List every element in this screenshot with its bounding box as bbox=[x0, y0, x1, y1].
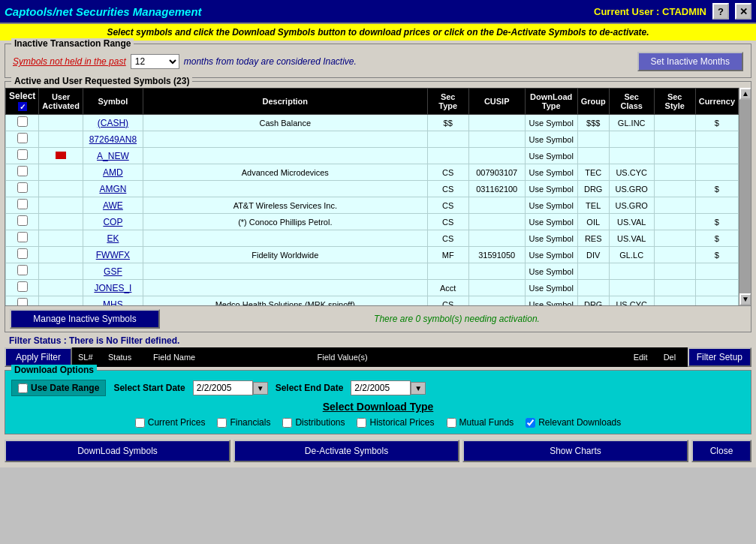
row-symbol-cell[interactable]: AWE bbox=[83, 197, 143, 214]
row-sec-type-cell: CS bbox=[427, 214, 468, 230]
row-select-cell[interactable] bbox=[6, 296, 39, 306]
filter-setup-button[interactable]: Filter Setup bbox=[688, 347, 751, 367]
option-relevant-downloads[interactable]: Relevant Downloads bbox=[526, 417, 621, 428]
deactivate-symbols-button[interactable]: De-Activate Symbols bbox=[233, 440, 459, 462]
row-select-cell[interactable] bbox=[6, 197, 39, 214]
row-select-cell[interactable] bbox=[6, 115, 39, 131]
symbol-link[interactable]: EK bbox=[107, 233, 119, 244]
symbol-link[interactable]: (CASH) bbox=[98, 118, 128, 128]
row-checkbox[interactable] bbox=[17, 133, 28, 143]
end-date-dropdown[interactable]: ▼ bbox=[411, 382, 426, 395]
row-checkbox[interactable] bbox=[17, 281, 28, 292]
symbol-link[interactable]: AMD bbox=[103, 167, 123, 178]
symbol-link[interactable]: 872649AN8 bbox=[89, 134, 137, 145]
row-sec-type-cell: CS bbox=[427, 296, 468, 306]
row-symbol-cell[interactable]: AMGN bbox=[83, 181, 143, 197]
table-row: A_NEWUse Symbol bbox=[6, 148, 739, 164]
manage-inactive-button[interactable]: Manage Inactive Symbols bbox=[10, 309, 160, 329]
close-button[interactable]: Close bbox=[691, 440, 751, 462]
end-date-field: ▼ bbox=[351, 380, 426, 395]
row-checkbox[interactable] bbox=[17, 116, 28, 127]
symbols-tbody: (CASH)Cash Balance$$Use Symbol$$$GL.INC$… bbox=[6, 115, 739, 306]
row-checkbox[interactable] bbox=[17, 298, 28, 305]
table-row: COP(*) Conoco Phillips Petrol.CSUse Symb… bbox=[6, 214, 739, 230]
row-checkbox[interactable] bbox=[17, 166, 28, 176]
symbol-link[interactable]: JONES_I bbox=[94, 283, 131, 293]
download-symbols-button[interactable]: DownLoad Symbols bbox=[5, 440, 230, 462]
row-symbol-cell[interactable]: COP bbox=[83, 214, 143, 230]
relevant-downloads-checkbox[interactable] bbox=[526, 418, 535, 428]
use-date-range-checkbox[interactable] bbox=[18, 383, 28, 393]
mutual-funds-checkbox[interactable] bbox=[447, 418, 456, 428]
option-distributions[interactable]: Distributions bbox=[282, 417, 345, 428]
row-symbol-cell[interactable]: GSF bbox=[83, 263, 143, 280]
row-symbol-cell[interactable]: 872649AN8 bbox=[83, 131, 143, 148]
row-select-cell[interactable] bbox=[6, 148, 39, 164]
option-historical-prices[interactable]: Historical Prices bbox=[357, 417, 434, 428]
current-prices-checkbox[interactable] bbox=[135, 418, 145, 428]
option-financials[interactable]: Financials bbox=[217, 417, 270, 428]
show-charts-button[interactable]: Show Charts bbox=[462, 440, 688, 462]
download-section-legend: Download Options bbox=[11, 365, 97, 375]
download-section: Download Options Use Date Range Select S… bbox=[5, 370, 751, 434]
row-checkbox[interactable] bbox=[17, 265, 28, 275]
distributions-checkbox[interactable] bbox=[282, 418, 292, 428]
row-checkbox[interactable] bbox=[17, 149, 28, 160]
col-sec-style: Sec Style bbox=[654, 89, 695, 115]
option-mutual-funds[interactable]: Mutual Funds bbox=[447, 417, 514, 428]
row-sec-class-cell: US.CYC bbox=[609, 296, 654, 306]
scroll-up-button[interactable]: ▲ bbox=[739, 88, 751, 100]
symbol-link[interactable]: GSF bbox=[104, 266, 122, 277]
row-select-cell[interactable] bbox=[6, 280, 39, 296]
row-user-activated-cell bbox=[39, 164, 83, 181]
row-sec-class-cell bbox=[609, 280, 654, 296]
row-symbol-cell[interactable]: EK bbox=[83, 230, 143, 247]
financials-checkbox[interactable] bbox=[217, 418, 227, 428]
row-select-cell[interactable] bbox=[6, 131, 39, 148]
row-select-cell[interactable] bbox=[6, 164, 39, 181]
row-symbol-cell[interactable]: MHS bbox=[83, 296, 143, 306]
row-user-activated-cell bbox=[39, 181, 83, 197]
use-date-range-option[interactable]: Use Date Range bbox=[11, 380, 106, 396]
end-date-input[interactable] bbox=[351, 380, 411, 395]
symbol-link[interactable]: AWE bbox=[103, 200, 123, 211]
row-checkbox[interactable] bbox=[17, 215, 28, 226]
row-checkbox[interactable] bbox=[17, 182, 28, 193]
row-cusip-cell bbox=[468, 214, 525, 230]
help-button[interactable]: ? bbox=[712, 3, 729, 20]
start-date-dropdown[interactable]: ▼ bbox=[253, 382, 268, 395]
symbol-link[interactable]: A_NEW bbox=[97, 151, 129, 161]
row-checkbox[interactable] bbox=[17, 199, 28, 209]
row-symbol-cell[interactable]: (CASH) bbox=[83, 115, 143, 131]
row-symbol-cell[interactable]: JONES_I bbox=[83, 280, 143, 296]
months-select[interactable]: 12 bbox=[131, 54, 179, 69]
row-download-type-cell: Use Symbol bbox=[525, 181, 577, 197]
row-currency-cell bbox=[695, 263, 738, 280]
select-download-type-title: Select Download Type bbox=[11, 396, 745, 416]
row-symbol-cell[interactable]: A_NEW bbox=[83, 148, 143, 164]
historical-prices-checkbox[interactable] bbox=[357, 418, 366, 428]
row-symbol-cell[interactable]: AMD bbox=[83, 164, 143, 181]
start-date-input[interactable] bbox=[193, 380, 253, 395]
row-symbol-cell[interactable]: FWWFX bbox=[83, 247, 143, 263]
row-select-cell[interactable] bbox=[6, 181, 39, 197]
row-checkbox[interactable] bbox=[17, 248, 28, 259]
row-sec-class-cell: US.CYC bbox=[609, 164, 654, 181]
table-row: JONES_IAcctUse Symbol bbox=[6, 280, 739, 296]
option-current-prices[interactable]: Current Prices bbox=[135, 417, 206, 428]
symbol-link[interactable]: MHS bbox=[103, 299, 123, 306]
row-select-cell[interactable] bbox=[6, 214, 39, 230]
select-all-checkbox[interactable]: ✓ bbox=[17, 101, 28, 112]
row-checkbox[interactable] bbox=[17, 232, 28, 242]
symbol-link[interactable]: AMGN bbox=[99, 184, 126, 194]
row-select-cell[interactable] bbox=[6, 263, 39, 280]
symbol-link[interactable]: COP bbox=[103, 217, 122, 227]
row-user-activated-cell bbox=[39, 280, 83, 296]
set-inactive-button[interactable]: Set Inactive Months bbox=[637, 52, 743, 71]
symbol-link[interactable]: FWWFX bbox=[96, 250, 130, 260]
row-select-cell[interactable] bbox=[6, 247, 39, 263]
scroll-down-button[interactable]: ▼ bbox=[739, 293, 751, 305]
row-select-cell[interactable] bbox=[6, 230, 39, 247]
close-x-button[interactable]: ✕ bbox=[735, 3, 751, 20]
scrollbar[interactable]: ▲ ▼ bbox=[739, 88, 751, 305]
